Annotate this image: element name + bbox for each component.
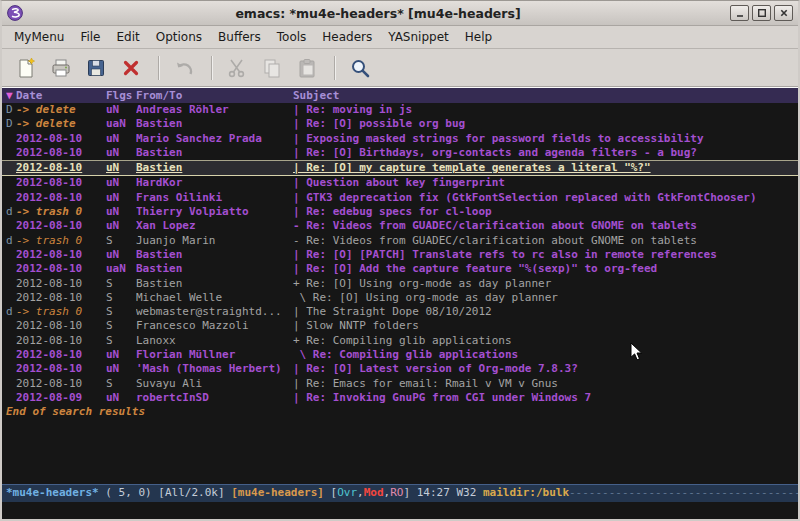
column-header-from[interactable]: From/To	[136, 88, 293, 103]
mark-cell	[6, 161, 16, 175]
modeline[interactable]: *mu4e-headers* ( 5, 0) [All/2.0k] [mu4e-…	[2, 484, 798, 502]
subject-cell: | Slow NNTP folders	[293, 319, 798, 333]
menu-item-buffers[interactable]: Buffers	[210, 28, 269, 46]
menu-item-help[interactable]: Help	[457, 28, 500, 46]
toolbar-separator	[158, 56, 160, 80]
column-header-subject[interactable]: Subject	[293, 88, 798, 103]
flags-cell: S	[106, 334, 136, 348]
menu-item-headers[interactable]: Headers	[314, 28, 380, 46]
subject-cell: | Re: [O] Add the capture feature "%(sex…	[293, 262, 798, 276]
cut-button[interactable]	[221, 53, 253, 83]
subject-cell: | Re: [O] [PATCH] Translate refs to rc a…	[293, 248, 798, 262]
mark-cell	[6, 334, 16, 348]
modeline-plain: [All/2.0k]	[158, 486, 231, 499]
column-header-date[interactable]: Date	[16, 88, 106, 103]
close-icon	[779, 8, 789, 18]
date-cell: 2012-08-10	[16, 262, 106, 276]
menu-item-edit[interactable]: Edit	[109, 28, 148, 46]
flags-cell: S	[106, 377, 136, 391]
close-window-button[interactable]	[774, 5, 793, 21]
message-row[interactable]: 2012-08-10uN'Mash (Thomas Herbert)| Re: …	[2, 362, 798, 376]
flags-cell: uN	[106, 348, 136, 362]
from-cell: Bastien	[136, 161, 293, 175]
subject-cell: - Re: Videos from GUADEC/clarification a…	[293, 234, 798, 248]
date-cell: 2012-08-10	[16, 191, 106, 205]
message-row[interactable]: 2012-08-09uNrobertcInSD| Re: Invoking Gn…	[2, 391, 798, 405]
from-cell: Bastien	[136, 248, 293, 262]
mark-cell	[6, 146, 16, 160]
message-row[interactable]: d-> trash 0Swebmaster@straightd...| The …	[2, 305, 798, 319]
undo-icon	[173, 57, 195, 79]
maximize-icon	[757, 8, 767, 18]
message-row[interactable]: 2012-08-10uNBastien| Re: [O] [PATCH] Tra…	[2, 248, 798, 262]
modeline-ro: RO	[390, 486, 403, 499]
from-cell: Xan Lopez	[136, 219, 293, 233]
menu-item-tools[interactable]: Tools	[269, 28, 315, 46]
message-row[interactable]: 2012-08-10SLanoxx+ Re: Compiling glib ap…	[2, 334, 798, 348]
from-cell: Bastien	[136, 146, 293, 160]
message-row[interactable]: D-> deleteuaNBastien| Re: [O] possible o…	[2, 117, 798, 131]
flags-cell: uN	[106, 362, 136, 376]
message-row[interactable]: 2012-08-10uNFrans Oilinki| GTK3 deprecat…	[2, 191, 798, 205]
date-cell: 2012-08-10	[16, 319, 106, 333]
maximize-button[interactable]	[752, 5, 771, 21]
date-cell: 2012-08-10	[16, 334, 106, 348]
subject-cell: + Re: [O] Using org-mode as day planner	[293, 277, 798, 291]
copy-button[interactable]	[256, 53, 288, 83]
message-row[interactable]: d-> trash 0uNThierry Volpiatto| Re: edeb…	[2, 205, 798, 219]
minimize-button[interactable]	[730, 5, 749, 21]
menu-item-file[interactable]: File	[72, 28, 108, 46]
modeline-plain: ,	[357, 486, 364, 499]
message-row[interactable]: 2012-08-10uNHardKor| Question about key …	[2, 176, 798, 190]
column-header-flags[interactable]: Flgs	[106, 88, 136, 103]
flags-cell: uN	[106, 146, 136, 160]
from-cell: Mario Sanchez Prada	[136, 132, 293, 146]
search-button[interactable]	[344, 53, 376, 83]
message-row[interactable]: D-> deleteuNAndreas Röhler| Re: moving i…	[2, 103, 798, 117]
minimize-icon	[735, 8, 745, 18]
save-button[interactable]	[80, 53, 112, 83]
sort-descending-icon: ▼	[6, 88, 16, 103]
emacs-window: emacs: *mu4e-headers* [mu4e-headers] MyM…	[0, 0, 800, 521]
modeline-plain: ]	[403, 486, 416, 499]
new-file-button[interactable]	[10, 53, 42, 83]
paste-icon	[296, 57, 318, 79]
date-cell: 2012-08-10	[16, 132, 106, 146]
mark-cell: d	[6, 205, 16, 219]
date-cell: 2012-08-10	[16, 362, 106, 376]
message-row[interactable]: 2012-08-10SFrancesco Mazzoli| Slow NNTP …	[2, 319, 798, 333]
subject-cell: | Re: edebug specs for cl-loop	[293, 205, 798, 219]
date-cell: 2012-08-10	[16, 176, 106, 190]
from-cell: Frans Oilinki	[136, 191, 293, 205]
subject-cell: \ Re: [O] Using org-mode as day planner	[293, 291, 798, 305]
menu-item-options[interactable]: Options	[148, 28, 210, 46]
flags-cell: uN	[106, 391, 136, 405]
menu-item-yasnippet[interactable]: YASnippet	[380, 28, 457, 46]
flags-cell: S	[106, 319, 136, 333]
echo-area[interactable]	[2, 502, 798, 519]
message-row[interactable]: 2012-08-10uNBastien| Re: [O] my capture …	[2, 160, 798, 176]
date-cell: 2012-08-10	[16, 219, 106, 233]
message-row[interactable]: 2012-08-10uNBastien| Re: [O] Birthdays, …	[2, 146, 798, 160]
close-buffer-icon	[120, 57, 142, 79]
modeline-plain: W32	[456, 486, 483, 499]
modeline-plain: 14:27	[417, 486, 457, 499]
message-row[interactable]: 2012-08-10uNMario Sanchez Prada| Exposin…	[2, 132, 798, 146]
menu-item-mymenu[interactable]: MyMenu	[6, 28, 72, 46]
message-row[interactable]: 2012-08-10SMichael Welle \ Re: [O] Using…	[2, 291, 798, 305]
paste-button[interactable]	[291, 53, 323, 83]
undo-button[interactable]	[168, 53, 200, 83]
mark-cell: d	[6, 305, 16, 319]
from-cell: Juanjo Marin	[136, 234, 293, 248]
print-button[interactable]	[45, 53, 77, 83]
message-row[interactable]: 2012-08-10uNXan Lopez- Re: Videos from G…	[2, 219, 798, 233]
message-row[interactable]: 2012-08-10uNFlorian Müllner \ Re: Compil…	[2, 348, 798, 362]
message-row[interactable]: 2012-08-10SBastien+ Re: [O] Using org-mo…	[2, 277, 798, 291]
message-row[interactable]: d-> trash 0SJuanjo Marin- Re: Videos fro…	[2, 234, 798, 248]
mark-cell	[6, 348, 16, 362]
subject-cell: | Re: [O] my capture template generates …	[293, 161, 798, 175]
message-row[interactable]: 2012-08-10uaNBastien| Re: [O] Add the ca…	[2, 262, 798, 276]
message-row[interactable]: 2012-08-10SSuvayu Ali| Re: Emacs for ema…	[2, 377, 798, 391]
titlebar[interactable]: emacs: *mu4e-headers* [mu4e-headers]	[2, 1, 798, 26]
close-buffer-button[interactable]	[115, 53, 147, 83]
